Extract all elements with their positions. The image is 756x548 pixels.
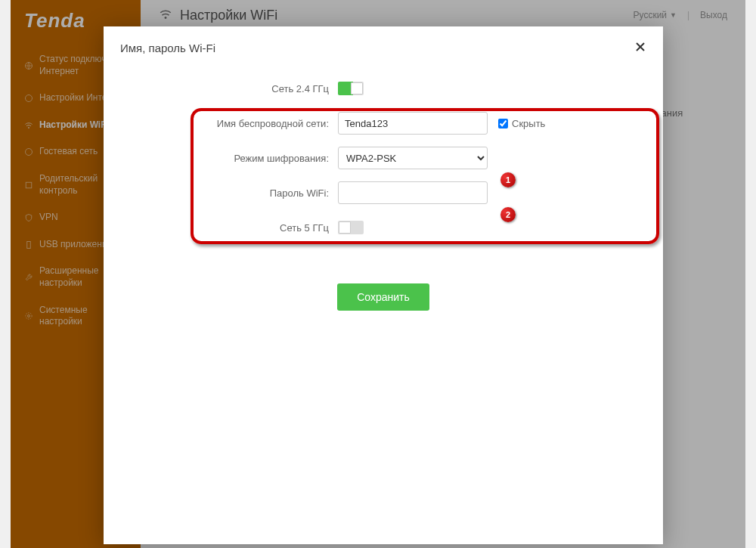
encryption-select[interactable]: WPA2-PSK	[338, 147, 488, 169]
form-area: Сеть 2.4 ГГц Имя беспроводной сети: Скры…	[104, 76, 663, 311]
close-button[interactable]	[634, 40, 646, 55]
annotation-badge-1: 1	[500, 172, 516, 187]
ssid-label: Имя беспроводной сети:	[119, 118, 338, 129]
band5-toggle[interactable]	[338, 221, 364, 234]
modal-title: Имя, пароль Wi-Fi	[120, 42, 215, 54]
password-input[interactable]	[338, 181, 488, 204]
password-label: Пароль WiFi:	[119, 187, 338, 199]
ssid-input[interactable]	[338, 112, 488, 135]
hide-ssid-checkbox[interactable]	[498, 119, 508, 128]
annotation-badge-2: 2	[500, 207, 516, 222]
hide-ssid-label: Скрыть	[512, 118, 545, 129]
band5-label: Сеть 5 ГГц	[119, 222, 338, 234]
hide-ssid-wrap[interactable]: Скрыть	[498, 118, 545, 129]
band24-toggle[interactable]	[338, 82, 364, 95]
encryption-label: Режим шифрования:	[119, 153, 338, 164]
band24-label: Сеть 2.4 ГГц	[119, 83, 338, 94]
wifi-settings-modal: Имя, пароль Wi-Fi Сеть 2.4 ГГц Имя беспр…	[104, 26, 663, 544]
save-button[interactable]: Сохранить	[337, 283, 429, 311]
